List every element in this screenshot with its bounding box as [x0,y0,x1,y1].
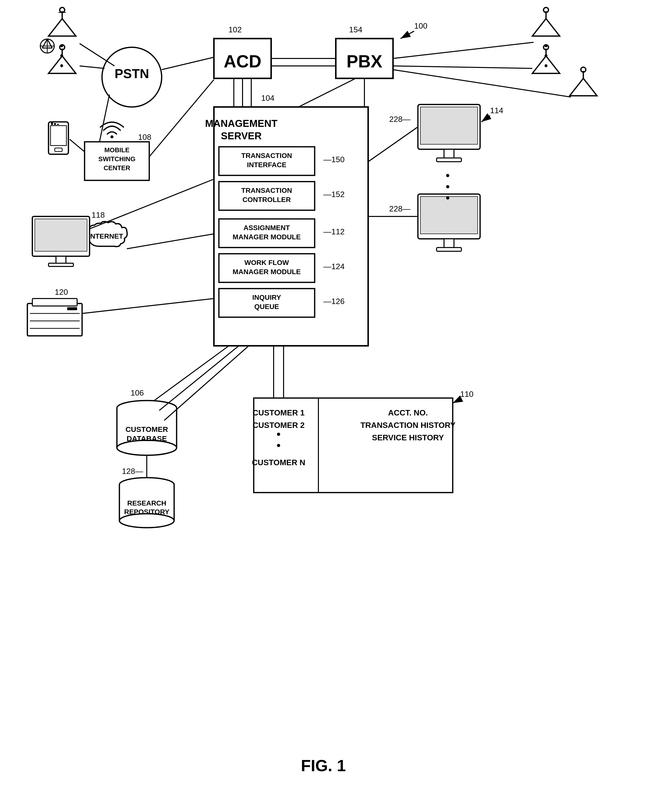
pstn-label: PSTN [114,66,149,81]
ti-label-1: TRANSACTION [241,152,292,159]
ref-228-upper: 228— [389,115,410,124]
ref-154: 154 [349,25,362,34]
svg-text:CUSTOMER: CUSTOMER [125,425,168,433]
ms-title-2: SERVER [221,130,262,141]
svg-rect-41 [436,158,461,162]
svg-text:•: • [544,60,548,71]
svg-rect-44 [444,239,454,247]
msc-label-2: SWITCHING [99,155,136,163]
ref-106: 106 [131,388,144,397]
service-hist-label: SERVICE HISTORY [372,433,444,442]
ref-152: —152 [324,190,345,199]
research-repository: RESEARCH REPOSITORY [119,478,174,528]
svg-rect-35 [57,124,59,125]
svg-rect-33 [51,122,53,125]
am-label-1: ASSIGNMENT [244,224,290,232]
svg-rect-45 [436,247,461,251]
ref-108: 108 [138,133,151,142]
svg-text:•: • [446,191,450,204]
ref-114: 114 [490,106,503,115]
svg-text:•: • [446,180,450,193]
internet-cloud: INTERNET [85,222,127,247]
svg-rect-50 [35,219,87,251]
dots-tl: • [60,40,63,51]
svg-text:•: • [60,50,63,61]
tc-label-2: CONTROLLER [243,196,291,203]
ref-150: —150 [324,155,345,164]
svg-text:INTERNET: INTERNET [88,232,123,240]
custn-label: CUSTOMER N [252,458,305,467]
diagram: • • • • • • PSTN [0,0,647,812]
acd-label: ACD [224,52,261,71]
ref-128: 128— [122,467,143,476]
pbx-label: PBX [346,52,382,71]
svg-text:RESEARCH: RESEARCH [127,499,166,507]
svg-point-70 [119,514,174,528]
am-label-2: MANAGER MODULE [233,233,301,241]
svg-rect-54 [32,299,77,306]
svg-rect-34 [54,123,56,125]
fig-label: FIG. 1 [301,757,346,775]
svg-text:DATABASE: DATABASE [127,434,167,443]
fax-device [27,299,82,336]
mobile-phone-icon [49,122,69,154]
cust1-label: CUSTOMER 1 [252,408,304,417]
ref-118: 118 [92,211,105,220]
customer-database: CUSTOMER DATABASE [117,400,177,455]
cust-dots2: • [276,439,281,452]
antenna-icon-tl1 [40,39,54,53]
svg-rect-39 [420,107,478,144]
ref-124: —124 [324,262,345,271]
svg-rect-51 [56,256,66,263]
ref-110: 110 [460,389,473,398]
ref-120: 120 [55,288,68,296]
acct-label: ACCT. NO. [388,408,428,417]
iq-label-1: INQUIRY [252,293,281,301]
msc-label-3: CENTER [104,164,130,172]
svg-text:•: • [544,50,548,61]
svg-rect-40 [444,149,454,158]
tc-label-1: TRANSACTION [241,186,292,194]
trans-hist-label: TRANSACTION HISTORY [360,421,455,430]
svg-text:REPOSITORY: REPOSITORY [124,508,169,516]
svg-point-29 [110,135,113,138]
ref-102: 102 [228,25,241,34]
ti-label-2: INTERFACE [247,161,287,169]
svg-text:•: • [60,60,63,71]
svg-rect-52 [49,263,73,266]
ref-104: 104 [261,93,275,102]
svg-rect-30 [49,122,69,154]
cust-dots1: • [276,427,281,440]
wf-label-2: MANAGER MODULE [233,268,301,276]
ref-126: —126 [324,297,345,306]
ref-228-lower: 228— [389,204,410,213]
svg-rect-58 [67,307,77,310]
ref-112: —112 [324,227,345,236]
ms-title-1: MANAGEMENT [205,118,277,129]
msc-label-1: MOBILE [104,146,129,154]
ref-100: 100 [414,21,427,31]
iq-label-2: QUEUE [254,303,279,310]
svg-point-63 [117,440,177,455]
wf-label-1: WORK FLOW [244,259,289,266]
dots-tr: • [544,40,548,51]
dots-monitors: • [446,169,450,182]
